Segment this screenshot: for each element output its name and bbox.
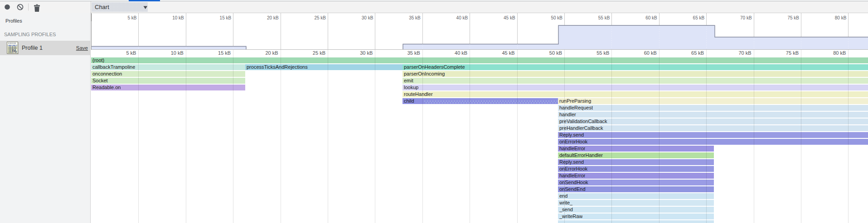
svg-text:%: %: [13, 48, 17, 54]
